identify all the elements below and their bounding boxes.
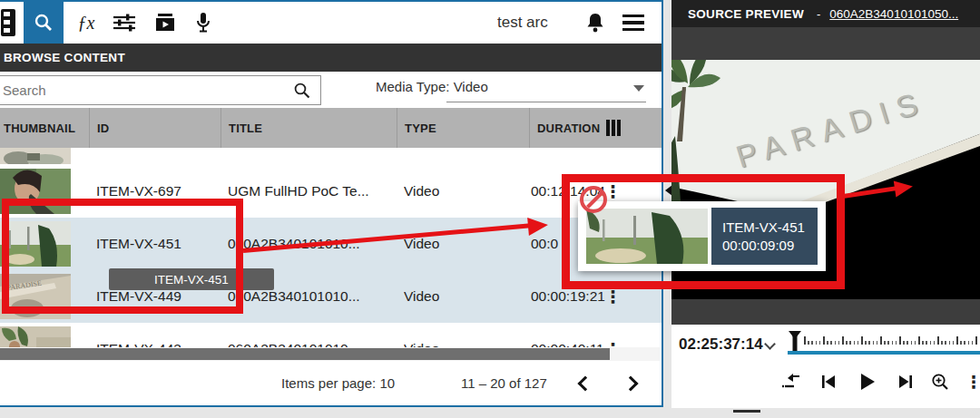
item-id: ITEM-VX-443 — [96, 323, 219, 347]
browse-content-header: BROWSE CONTENT — [0, 44, 662, 72]
search-tab-active[interactable] — [24, 2, 64, 44]
chevron-left-icon — [578, 376, 593, 392]
no-drop-cursor-icon — [580, 186, 607, 213]
column-header-title[interactable]: TITLE — [220, 108, 397, 148]
items-per-page-label: Items per page: — [281, 375, 379, 391]
item-type: Video — [404, 323, 526, 347]
annotation-arrow-head — [527, 216, 549, 236]
chevron-right-icon — [623, 376, 639, 392]
table-row[interactable]: ITEM-VX-443 060A2B340101010... Video 00:… — [0, 323, 662, 347]
search-icon — [34, 13, 54, 33]
source-preview-title: SOURCE PREVIEW — [688, 7, 804, 21]
preview-item-link[interactable]: 060A2B34010101050... — [829, 7, 958, 21]
next-frame-icon[interactable] — [892, 368, 919, 395]
timecode-chevron-down-icon[interactable] — [764, 338, 776, 350]
column-header-duration[interactable]: DURATION — [529, 108, 603, 148]
previous-page-button[interactable] — [575, 374, 595, 394]
media-type-value: Video — [454, 79, 488, 94]
video-library-icon[interactable] — [152, 2, 178, 44]
play-icon[interactable] — [854, 368, 881, 395]
horizontal-scrollbar-track[interactable] — [0, 347, 660, 361]
row-menu-icon[interactable]: ⋮ — [604, 323, 622, 347]
timeline-progress-bar[interactable] — [788, 351, 980, 355]
timecode-display[interactable]: 02:25:37:14 — [679, 335, 763, 354]
media-type-label: Media Type: — [376, 79, 449, 94]
item-duration: 00:00:40:11 — [531, 323, 609, 347]
search-input[interactable] — [0, 83, 293, 98]
search-field-container — [0, 75, 321, 105]
source-preview-header: SOURCE PREVIEW - 060A2B34010101050... — [671, 0, 980, 27]
microphone-icon[interactable] — [192, 2, 214, 44]
film-strip-icon[interactable] — [0, 2, 16, 44]
next-page-button[interactable] — [621, 374, 641, 394]
column-header-thumbnail[interactable]: THUMBNAIL — [0, 108, 89, 148]
column-header-type[interactable]: TYPE — [397, 108, 529, 148]
annotation-arrow2-head — [894, 179, 914, 198]
annotation-rectangle-source — [2, 199, 243, 314]
jump-back-icon[interactable] — [779, 368, 806, 395]
table-header: THUMBNAIL ID TITLE TYPE DURATION — [0, 108, 662, 148]
item-type: Video — [404, 270, 526, 323]
horizontal-scrollbar-thumb[interactable] — [0, 348, 610, 360]
thumbnail-image — [0, 326, 71, 347]
media-type-underline — [446, 102, 646, 102]
column-settings-icon[interactable] — [606, 120, 621, 136]
chevron-down-icon[interactable] — [633, 85, 644, 92]
main-toolbar: ƒx — [0, 2, 662, 44]
timeline-area: 02:25:37:14 — [671, 325, 980, 408]
items-per-page[interactable]: Items per page: 10 — [281, 375, 395, 391]
column-header-id[interactable]: ID — [89, 108, 220, 148]
items-per-page-value: 10 — [379, 375, 395, 391]
search-submit-icon[interactable] — [293, 82, 311, 100]
item-title: 060A2B340101010... — [228, 323, 393, 347]
browse-content-title: BROWSE CONTENT — [4, 51, 125, 64]
hamburger-menu-icon[interactable] — [621, 2, 646, 44]
thumbnail-image — [0, 148, 71, 164]
timeline-ruler[interactable] — [804, 335, 978, 345]
previous-frame-icon[interactable] — [815, 368, 842, 395]
preview-lower-strip — [671, 299, 980, 325]
playhead-marker[interactable] — [788, 330, 802, 353]
title-separator: - — [817, 7, 820, 21]
table-row-partial[interactable] — [0, 148, 662, 165]
app-title: test arc — [497, 2, 548, 44]
zoom-in-icon[interactable] — [926, 368, 954, 395]
filter-row: Media Type: Video — [0, 72, 662, 108]
application-window: ƒx — [0, 0, 980, 418]
film-strip-icon-glyph — [1, 9, 15, 36]
item-type: Video — [404, 165, 526, 218]
more-options-icon[interactable]: ⋮ — [960, 368, 980, 395]
pagination-bar: Items per page: 10 11 – 20 of 127 — [0, 361, 662, 405]
splitter-handle[interactable] — [733, 410, 760, 413]
effects-fx-icon[interactable]: ƒx — [74, 2, 98, 44]
transport-controls: ⋮ — [671, 368, 980, 401]
preview-subheader — [671, 27, 980, 60]
tune-sliders-icon[interactable] — [111, 2, 138, 44]
pagination-range: 11 – 20 of 127 — [461, 375, 547, 391]
notifications-bell-icon[interactable] — [583, 2, 608, 44]
media-type-filter[interactable]: Media Type: Video — [376, 79, 488, 94]
item-title: UGM FullHD PoC Te... — [228, 165, 393, 218]
